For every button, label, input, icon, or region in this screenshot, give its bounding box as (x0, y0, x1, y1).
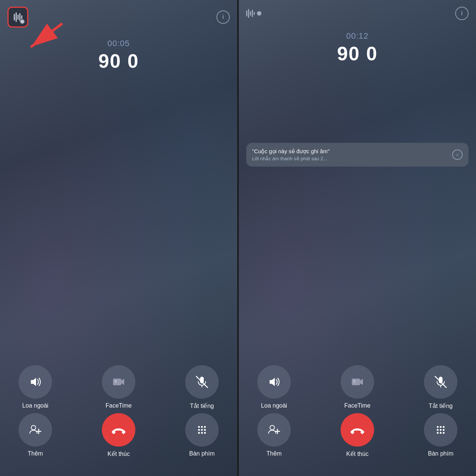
svg-point-32 (440, 432, 442, 434)
record-icon-right (246, 9, 261, 18)
call-info-right: 00:12 90 0 (239, 24, 476, 68)
end-circle-left (102, 413, 135, 447)
svg-line-1 (32, 24, 61, 46)
buttons-row1-right: Loa ngoài ? FaceTime (250, 365, 465, 409)
mute-circle-left (185, 365, 219, 399)
mute-circle-right (424, 365, 457, 399)
add-circle-right (257, 413, 291, 447)
call-buttons-right: Loa ngoài ? FaceTime (239, 358, 476, 465)
facetime-button-right[interactable]: ? FaceTime (333, 365, 382, 409)
svg-point-26 (440, 426, 442, 428)
svg-point-12 (198, 429, 200, 431)
info-button-right[interactable]: i (455, 7, 469, 20)
svg-point-25 (437, 426, 439, 428)
info-button-left[interactable]: i (216, 10, 230, 24)
svg-point-13 (201, 429, 203, 431)
buttons-row2-left: Thêm Kết thúc (11, 413, 226, 457)
right-phone-screen: i 00:12 90 0 "Cuộc gọi này sẽ được ghi â… (239, 0, 476, 476)
svg-point-27 (443, 426, 445, 428)
svg-point-14 (204, 429, 206, 431)
end-button-right[interactable]: Kết thúc (333, 413, 382, 457)
buttons-row2-right: Thêm Kết thúc (250, 413, 465, 457)
mute-label-left: Tắt tiếng (190, 402, 214, 409)
buttons-row1-left: Loa ngoài ? FaceTime (11, 365, 226, 409)
record-dot-right (257, 11, 261, 16)
facetime-icon-right: ? (351, 375, 364, 389)
speaker-button-left[interactable]: Loa ngoài (11, 365, 60, 409)
mute-button-left[interactable]: Tắt tiếng (178, 365, 226, 409)
speaker-icon-right (267, 375, 281, 389)
keypad-button-left[interactable]: Bàn phím (178, 413, 226, 457)
arrow-annotation (20, 20, 65, 59)
close-icon-right: × (456, 152, 459, 158)
end-label-right: Kết thúc (346, 450, 369, 457)
speaker-button-right[interactable]: Loa ngoài (250, 365, 298, 409)
svg-point-29 (440, 429, 442, 431)
facetime-button-left[interactable]: ? FaceTime (94, 365, 143, 409)
call-buttons-left: Loa ngoài ? FaceTime (0, 358, 237, 465)
facetime-icon-left: ? (112, 375, 125, 389)
facetime-circle-right: ? (341, 365, 374, 399)
top-bar-right: i (239, 0, 476, 24)
svg-point-22 (270, 425, 274, 430)
add-icon-left (29, 423, 42, 437)
keypad-button-right[interactable]: Bàn phím (416, 413, 465, 457)
notification-close-button-right[interactable]: × (452, 149, 463, 160)
keypad-circle-right (424, 413, 457, 447)
svg-point-33 (443, 432, 445, 434)
svg-point-10 (201, 426, 203, 428)
call-number-right: 90 0 (246, 42, 469, 65)
keypad-icon-right (434, 423, 447, 437)
notification-text-right: "Cuộc gọi này sẽ được ghi âm" Lời nhắc â… (252, 148, 448, 161)
waveform-icon-right (246, 9, 255, 18)
add-label-left: Thêm (28, 450, 43, 457)
screen-divider (237, 0, 239, 476)
svg-point-28 (437, 429, 439, 431)
notification-banner-right: "Cuộc gọi này sẽ được ghi âm" Lời nhắc â… (246, 143, 469, 167)
keypad-label-left: Bàn phím (189, 450, 215, 457)
svg-point-16 (201, 432, 203, 434)
end-circle-right (341, 413, 374, 447)
keypad-icon-left (195, 423, 209, 437)
speaker-circle-right (257, 365, 291, 399)
svg-point-11 (204, 426, 206, 428)
svg-point-30 (443, 429, 445, 431)
notification-subtitle-right: Lời nhắc âm thanh sẽ phát sau 2... (252, 156, 448, 161)
mute-button-right[interactable]: Tắt tiếng (416, 365, 465, 409)
end-label-left: Kết thúc (107, 450, 130, 457)
call-timer-right: 00:12 (246, 31, 469, 41)
svg-point-15 (198, 432, 200, 434)
facetime-label-right: FaceTime (344, 402, 371, 409)
svg-text:?: ? (115, 380, 117, 384)
add-circle-left (19, 413, 52, 447)
left-phone-screen: i 00:05 90 0 (0, 0, 237, 476)
svg-point-6 (31, 425, 36, 430)
info-icon-right: i (461, 10, 463, 17)
speaker-label-left: Loa ngoài (22, 402, 48, 409)
speaker-label-right: Loa ngoài (261, 402, 287, 409)
svg-point-17 (204, 432, 206, 434)
mute-icon-left (195, 375, 209, 389)
facetime-circle-left: ? (102, 365, 135, 399)
svg-point-9 (198, 426, 200, 428)
keypad-circle-left (185, 413, 219, 447)
add-button-right[interactable]: Thêm (250, 413, 298, 457)
end-icon-left (111, 422, 126, 437)
speaker-icon-left (29, 375, 42, 389)
svg-text:?: ? (353, 380, 356, 384)
end-button-left[interactable]: Kết thúc (94, 413, 143, 457)
end-icon-right (350, 422, 365, 437)
notification-title-right: "Cuộc gọi này sẽ được ghi âm" (252, 148, 448, 155)
add-button-left[interactable]: Thêm (11, 413, 60, 457)
speaker-circle-left (19, 365, 52, 399)
keypad-label-right: Bàn phím (428, 450, 453, 457)
info-icon-left: i (222, 14, 224, 20)
add-icon-right (267, 423, 281, 437)
svg-point-31 (437, 432, 439, 434)
facetime-label-left: FaceTime (106, 402, 132, 409)
add-label-right: Thêm (267, 450, 282, 457)
mute-icon-right (434, 375, 447, 389)
mute-label-right: Tắt tiếng (429, 402, 453, 409)
